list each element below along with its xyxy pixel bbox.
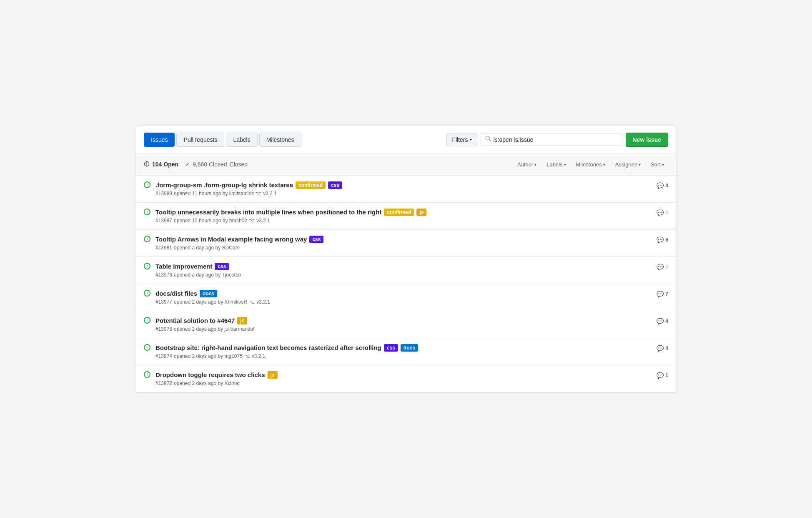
issue-time-author: opened 2 days ago by mg1075 [174,353,243,359]
badge-css: css [215,263,229,270]
milestone-label: v3.2.1 [256,218,270,224]
issue-title-row: Tooltip unnecessarily breaks into multip… [155,209,652,216]
tab-pull-requests[interactable]: Pull requests [176,133,224,147]
open-issue-circle-icon [144,317,150,324]
issue-time-author: opened 2 days ago by julioarmandof [174,326,254,332]
comment-count: 7 [665,291,668,297]
author-label: Author [517,161,533,168]
comment-icon: 💬 [657,318,664,324]
search-icon [485,136,491,143]
issue-title-row: .form-group-sm .form-group-lg shrink tex… [155,181,652,189]
comment-area: 💬 0 [657,264,668,270]
closed-count[interactable]: ✓ 9,660 Closed Closed [185,161,248,168]
issue-number: #13974 [155,353,172,359]
issue-title[interactable]: docs/dist files [155,290,197,297]
issue-title[interactable]: .form-group-sm .form-group-lg shrink tex… [155,181,293,189]
issue-title[interactable]: Bootstrap site: right-hand navigation te… [155,344,381,351]
labels-filter[interactable]: Labels ▾ [542,159,570,170]
issue-title-row: docs/dist files docs [155,290,652,297]
issue-title-row: Bootstrap site: right-hand navigation te… [155,344,652,352]
author-filter[interactable]: Author ▾ [513,159,541,170]
comment-area: 💬 4 [657,345,668,352]
open-issue-circle-icon [144,209,150,215]
assignee-label: Assignee [615,161,637,168]
open-issue-circle-icon [144,344,150,351]
issue-title[interactable]: Tooltip unnecessarily breaks into multip… [155,209,381,216]
issue-title[interactable]: Table improvement [155,263,212,270]
issue-content: Tooltip unnecessarily breaks into multip… [155,209,652,224]
issue-time-author: opened 2 days ago by XhmikosR [174,299,247,305]
open-issue-circle-icon [144,181,150,188]
comment-icon: 💬 [657,209,664,216]
tab-bar: Issues Pull requests Labels Milestones [144,133,301,147]
badge-docs: docs [401,344,418,352]
issue-content: docs/dist files docs #13977 opened 2 day… [155,290,652,305]
comment-count: 0 [665,210,668,216]
milestones-chevron-icon: ▾ [603,162,605,167]
open-issue-circle-icon [144,236,150,242]
comment-area: 💬 7 [657,291,668,297]
issue-number: #13976 [155,326,172,332]
sort-filter[interactable]: Sort ▾ [647,159,668,170]
author-chevron-icon: ▾ [534,162,536,167]
comment-icon: 💬 [657,291,664,297]
badge-css: css [309,236,323,243]
comment-count: 4 [665,183,668,189]
issue-content: Bootstrap site: right-hand navigation te… [155,344,652,359]
badge-js: js [237,317,247,324]
issue-title[interactable]: Potential solution to #4647 [155,317,235,324]
issue-title[interactable]: Dropdown toggle requires two clicks [155,371,265,378]
search-area: Filters ▾ New issue [446,133,668,147]
labels-chevron-icon: ▾ [564,162,566,167]
tab-labels[interactable]: Labels [226,133,257,147]
milestone-icon: ⌥ [249,299,255,305]
filters-chevron-icon: ▾ [470,137,472,142]
comment-area: 💬 4 [657,182,668,189]
milestone-icon: ⌥ [249,218,255,224]
page-header: Issues Pull requests Labels Milestones F… [135,126,677,154]
milestones-filter[interactable]: Milestones ▾ [572,159,609,170]
list-item: Dropdown toggle requires two clicks js #… [135,365,677,392]
milestone-label: v3.2.1 [256,299,270,305]
comment-icon: 💬 [657,264,664,270]
issues-container: Issues Pull requests Labels Milestones F… [135,126,677,393]
filters-button[interactable]: Filters ▾ [446,133,477,146]
badge-css: css [384,344,398,352]
comment-icon: 💬 [657,345,664,352]
issue-number: #13977 [155,299,172,305]
issue-content: .form-group-sm .form-group-lg shrink tex… [155,181,652,196]
open-count-text: 104 Open [152,161,178,168]
issue-content: Tooltip Arrows in Modal example facing w… [155,236,652,251]
issue-title-row: Tooltip Arrows in Modal example facing w… [155,236,652,243]
search-input[interactable] [494,136,618,143]
search-box [481,133,622,146]
issues-toolbar: 104 Open ✓ 9,660 Closed Closed Author ▾ … [135,154,677,176]
issue-title[interactable]: Tooltip Arrows in Modal example facing w… [155,236,307,243]
sort-chevron-icon: ▾ [662,162,664,167]
comment-count: 4 [665,318,668,324]
issue-content: Table improvement css #13978 opened a da… [155,263,652,278]
issue-meta: #13981 opened a day ago by SDCore [155,245,652,251]
issue-time-author: opened a day ago by SDCore [174,245,240,251]
issue-number: #13981 [155,245,172,251]
list-item: docs/dist files docs #13977 opened 2 day… [135,284,677,311]
issue-meta: #13987 opened 15 hours ago by hnrch02 ⌥ … [155,218,652,224]
comment-area: 💬 6 [657,236,668,243]
issue-time-author: opened 11 hours ago by limitstudios [174,191,254,196]
list-item: Tooltip unnecessarily breaks into multip… [135,203,677,230]
assignee-chevron-icon: ▾ [639,162,641,167]
comment-area: 💬 4 [657,318,668,324]
milestone-label: v3.2.1 [252,353,266,359]
tab-milestones[interactable]: Milestones [259,133,301,147]
checkmark-icon: ✓ [185,161,190,168]
tab-issues[interactable]: Issues [144,133,175,147]
filters-right: Author ▾ Labels ▾ Milestones ▾ Assignee … [513,159,668,170]
open-issue-circle-icon [144,263,150,269]
assignee-filter[interactable]: Assignee ▾ [611,159,645,170]
badge-confirmed: confirmed [384,209,414,216]
issue-title-row: Potential solution to #4647 js [155,317,652,324]
new-issue-button[interactable]: New issue [626,133,668,147]
comment-area: 💬 0 [657,209,668,216]
open-closed-counts: 104 Open ✓ 9,660 Closed Closed [144,161,506,168]
list-item: Tooltip Arrows in Modal example facing w… [135,230,677,257]
